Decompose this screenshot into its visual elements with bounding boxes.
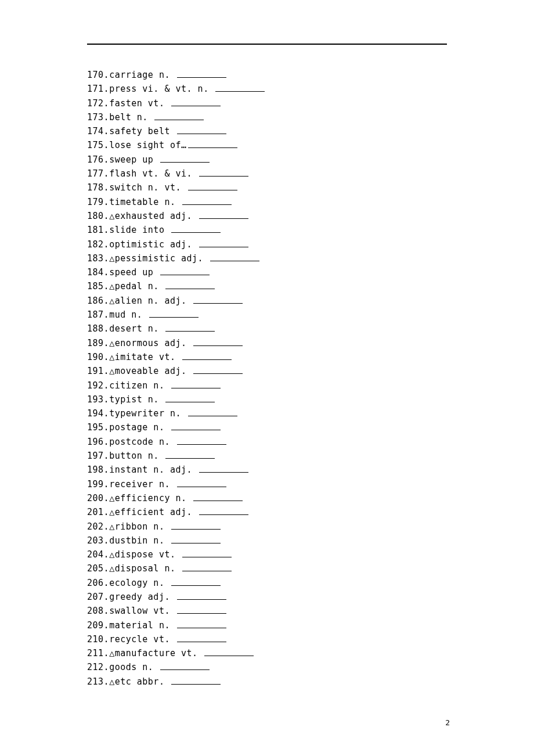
vocab-item: 185.△pedal n. [87, 279, 447, 293]
item-number: 200 [87, 493, 104, 503]
answer-blank [193, 295, 243, 304]
item-text: △enormous adj. [109, 338, 192, 348]
answer-blank [154, 111, 204, 120]
vocab-item: 209.material n. [87, 618, 447, 632]
item-text: △ribbon n. [109, 521, 170, 532]
vocab-item: 184.speed up [87, 265, 447, 279]
vocab-item: 212.goods n. [87, 660, 447, 674]
answer-blank [165, 450, 215, 459]
item-text: typewriter n. [109, 408, 186, 419]
vocab-item: 193.typist n. [87, 393, 447, 406]
item-number: 196 [87, 437, 104, 447]
item-text: postage n. [109, 422, 170, 433]
item-number: 178 [87, 182, 104, 193]
vocab-item: 174.safety belt [87, 124, 447, 138]
answer-blank [188, 408, 237, 416]
answer-blank [182, 549, 232, 557]
answer-blank [193, 337, 243, 346]
answer-blank [193, 492, 243, 501]
item-text: △disposal n. [109, 563, 181, 574]
item-number: 179 [87, 197, 104, 207]
vocab-item: 195.postage n. [87, 420, 447, 434]
answer-blank [160, 661, 210, 670]
answer-blank [193, 365, 243, 374]
answer-blank [171, 380, 221, 388]
item-number: 183 [87, 253, 104, 264]
item-text: button n. [109, 451, 164, 461]
item-text: △efficiency n. [109, 493, 192, 503]
horizontal-rule [87, 44, 447, 45]
item-number: 191 [87, 366, 104, 376]
item-number: 187 [87, 309, 104, 320]
answer-blank [182, 563, 232, 571]
item-text: △pedal n. [109, 281, 164, 291]
item-number: 201 [87, 507, 104, 517]
item-number: 202 [87, 521, 104, 532]
document-page: 170.carriage n. 171.press vi. & vt. n. 1… [0, 0, 534, 756]
vocab-item: 202.△ribbon n. [87, 520, 447, 534]
item-number: 181 [87, 225, 104, 235]
item-text: carriage n. [109, 70, 175, 80]
vocab-item: 197.button n. [87, 449, 447, 463]
vocab-item: 173.belt n. [87, 110, 447, 124]
answer-blank [199, 210, 248, 219]
item-text: mud n. [109, 309, 148, 320]
item-number: 180 [87, 211, 104, 221]
answer-blank [215, 83, 265, 92]
answer-blank [177, 478, 226, 487]
item-text: goods n. [109, 662, 159, 672]
item-text: △pessimistic adj. [109, 253, 209, 264]
vocab-item: 207.greedy adj. [87, 590, 447, 604]
answer-blank [165, 280, 215, 289]
item-text: lose sight of… [109, 140, 186, 150]
item-text: △dispose vt. [109, 549, 181, 560]
vocab-item: 183.△pessimistic adj. [87, 251, 447, 265]
vocab-item: 192.citizen n. [87, 379, 447, 393]
item-number: 211 [87, 648, 104, 658]
item-number: 185 [87, 281, 104, 291]
item-text: greedy adj. [109, 592, 175, 602]
item-text: △efficient adj. [109, 507, 198, 517]
item-text: timetable n. [109, 197, 181, 207]
vocab-item: 190.△imitate vt. [87, 350, 447, 364]
item-text: speed up [109, 267, 159, 278]
vocab-item: 176.sweep up [87, 153, 447, 167]
vocab-item: 204.△dispose vt. [87, 548, 447, 561]
answer-blank [171, 535, 221, 543]
answer-blank [160, 154, 210, 163]
item-text: belt n. [109, 112, 153, 123]
item-text: fasten vt. [109, 98, 170, 109]
item-number: 188 [87, 323, 104, 334]
answer-blank [165, 394, 215, 402]
item-number: 182 [87, 239, 104, 250]
answer-blank [177, 633, 226, 642]
item-number: 207 [87, 592, 104, 602]
answer-blank [188, 139, 237, 148]
item-number: 186 [87, 296, 104, 306]
vocab-item: 182.optimistic adj. [87, 237, 447, 251]
vocab-item: 196.postcode n. [87, 435, 447, 449]
answer-blank [171, 224, 221, 233]
answer-blank [182, 351, 232, 360]
vocab-item: 181.slide into [87, 223, 447, 237]
answer-blank [182, 196, 232, 205]
item-number: 177 [87, 168, 104, 179]
item-number: 192 [87, 380, 104, 391]
item-number: 208 [87, 606, 104, 616]
vocab-item: 213.△etc abbr. [87, 675, 447, 689]
item-number: 184 [87, 267, 104, 278]
item-text: △manufacture vt. [109, 648, 203, 658]
item-number: 212 [87, 662, 104, 672]
item-number: 195 [87, 422, 104, 433]
item-text: dustbin n. [109, 535, 170, 546]
vocab-item: 178.switch n. vt. [87, 181, 447, 195]
vocab-item: 208.swallow vt. [87, 604, 447, 618]
vocab-item: 201.△efficient adj. [87, 505, 447, 519]
item-text: △moveable adj. [109, 366, 192, 376]
item-number: 170 [87, 70, 104, 80]
answer-blank [204, 647, 254, 656]
item-number: 205 [87, 563, 104, 574]
item-text: press vi. & vt. n. [109, 84, 214, 94]
vocab-item: 179.timetable n. [87, 195, 447, 209]
item-text: recycle vt. [109, 634, 175, 645]
